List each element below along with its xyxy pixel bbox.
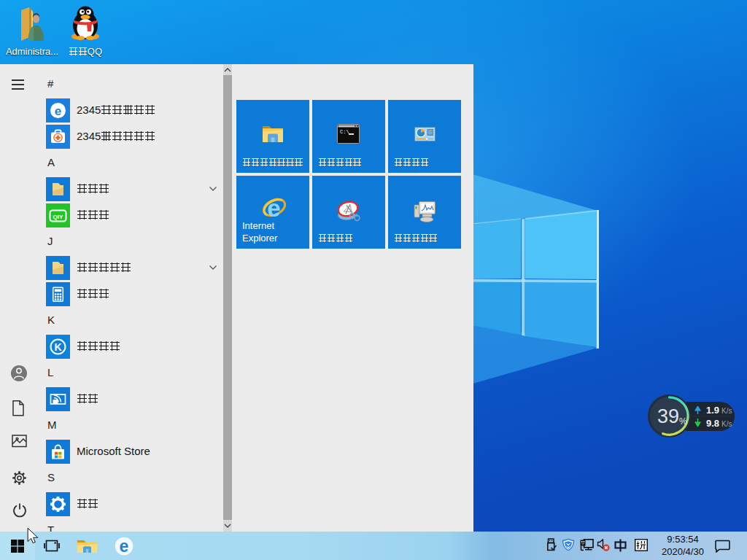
svg-text:1.9: 1.9: [706, 405, 719, 416]
svg-text:QIY: QIY: [53, 213, 63, 219]
svg-text:C:\: C:\: [340, 129, 349, 135]
svg-text:K/s: K/s: [721, 420, 732, 428]
svg-text:e: e: [55, 104, 61, 117]
svg-text:%: %: [679, 416, 687, 427]
svg-text:K: K: [54, 341, 61, 353]
svg-text:39: 39: [657, 405, 679, 427]
svg-text:K/s: K/s: [721, 407, 732, 415]
svg-text:9.8: 9.8: [706, 418, 719, 429]
svg-text:e: e: [120, 537, 129, 556]
